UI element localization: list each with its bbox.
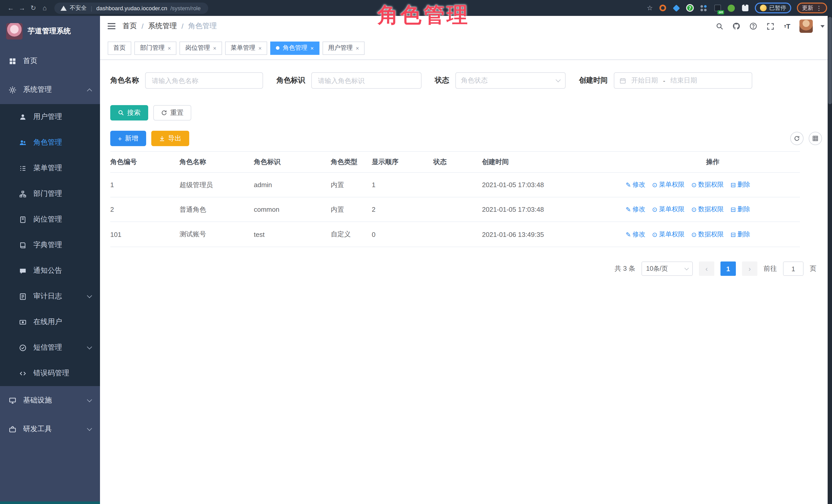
address-bar[interactable]: 不安全 | dashboard.yudao.iocoder.cn/system/… xyxy=(54,2,208,14)
circle-check-icon: ⊙ xyxy=(652,206,657,213)
column-settings-button[interactable] xyxy=(809,132,822,145)
dashboard-icon xyxy=(9,57,17,65)
app-title: 芋道管理系统 xyxy=(28,27,71,36)
refresh-table-button[interactable] xyxy=(790,132,804,145)
page-scrollbar[interactable] xyxy=(828,16,832,504)
date-start-placeholder: 开始日期 xyxy=(631,76,658,85)
menu-permission-link[interactable]: ⊙菜单权限 xyxy=(652,205,684,214)
extension-icon-gem[interactable] xyxy=(672,4,680,12)
close-icon[interactable]: × xyxy=(168,45,171,51)
sidebar-item-posts[interactable]: 岗位管理 xyxy=(0,207,100,232)
add-button[interactable]: + 新增 xyxy=(110,131,146,146)
status-select[interactable]: 角色状态 xyxy=(456,72,566,89)
address-divider: | xyxy=(91,5,92,11)
prev-page-button[interactable]: ‹ xyxy=(699,262,714,276)
search-button[interactable]: 搜索 xyxy=(110,105,148,121)
sidebar-item-dev-tools[interactable]: 研发工具 xyxy=(0,415,100,444)
help-icon[interactable] xyxy=(749,22,758,31)
avatar[interactable] xyxy=(800,20,813,33)
chevron-down-icon xyxy=(555,77,561,82)
sidebar-item-users[interactable]: 用户管理 xyxy=(0,104,100,130)
sidebar-item-error-codes[interactable]: 错误码管理 xyxy=(0,361,100,386)
sidebar-item-departments[interactable]: 部门管理 xyxy=(0,181,100,207)
role-name-input[interactable] xyxy=(145,72,263,89)
browser-menu-icon[interactable]: ⋮ xyxy=(816,4,822,11)
chevron-down-icon xyxy=(87,293,92,298)
book-icon xyxy=(19,241,27,249)
hamburger-icon[interactable] xyxy=(108,23,115,29)
breadcrumb-home[interactable]: 首页 xyxy=(123,22,137,31)
fullscreen-icon[interactable] xyxy=(765,22,775,31)
edit-link[interactable]: ✎修改 xyxy=(626,205,645,214)
close-icon[interactable]: × xyxy=(311,45,314,51)
app-logo-row[interactable]: 芋道管理系统 xyxy=(0,16,100,47)
create-time-label: 创建时间 xyxy=(579,76,608,85)
sidebar-item-dictionary[interactable]: 字典管理 xyxy=(0,232,100,258)
delete-link[interactable]: ⊟删除 xyxy=(730,230,750,239)
export-button[interactable]: 导出 xyxy=(151,131,189,146)
sidebar-item-home[interactable]: 首页 xyxy=(0,47,100,75)
font-size-icon[interactable]: тT xyxy=(782,22,792,31)
browser-reload-icon[interactable]: ↻ xyxy=(28,2,39,14)
sidebar-item-audit-log[interactable]: 审计日志 xyxy=(0,284,100,309)
data-permission-link[interactable]: ⊙数据权限 xyxy=(691,205,724,214)
menu-permission-link[interactable]: ⊙菜单权限 xyxy=(652,181,684,189)
search-icon[interactable] xyxy=(715,22,724,31)
bookmark-star-icon[interactable]: ☆ xyxy=(647,4,653,12)
page-size-select[interactable]: 10条/页 xyxy=(642,262,693,276)
role-code-input[interactable] xyxy=(311,72,421,89)
sidebar-item-sms[interactable]: 短信管理 xyxy=(0,335,100,361)
extension-icon-orange[interactable] xyxy=(658,4,667,12)
profile-paused-button[interactable]: 已暂停 xyxy=(755,3,791,13)
tab-users[interactable]: 用户管理× xyxy=(322,41,365,55)
sidebar-item-online-users[interactable]: 在线用户 xyxy=(0,309,100,335)
sidebar-item-system[interactable]: 系统管理 xyxy=(0,75,100,104)
extension-icon-dots[interactable] xyxy=(699,4,708,12)
tab-menus[interactable]: 菜单管理× xyxy=(225,41,267,55)
extension-icon-on-badge[interactable]: on xyxy=(713,4,722,12)
sidebar-item-infrastructure[interactable]: 基础设施 xyxy=(0,386,100,415)
sidebar-submenu-system: 用户管理 角色管理 菜单管理 部门管理 岗位管理 xyxy=(0,104,100,386)
goto-label: 前往 xyxy=(763,264,777,273)
goto-page-input[interactable] xyxy=(783,262,804,276)
browser-extensions-area: ☆ 7 on 已暂停 更新 ⋮ xyxy=(647,3,827,13)
browser-forward-icon[interactable]: → xyxy=(17,2,28,14)
tab-posts[interactable]: 岗位管理× xyxy=(180,41,222,55)
extension-icon-seven[interactable]: 7 xyxy=(686,4,694,12)
col-status: 状态 xyxy=(433,157,482,167)
sidebar-item-notices[interactable]: 通知公告 xyxy=(0,258,100,284)
tab-departments[interactable]: 部门管理× xyxy=(134,41,177,55)
next-page-button[interactable]: › xyxy=(742,262,757,276)
browser-home-icon[interactable]: ⌂ xyxy=(39,2,50,14)
browser-back-icon[interactable]: ← xyxy=(5,2,17,14)
sms-check-icon xyxy=(19,344,27,351)
url-host: dashboard.yudao.iocoder.cn xyxy=(97,5,167,11)
delete-link[interactable]: ⊟删除 xyxy=(730,181,750,189)
tab-home[interactable]: 首页 xyxy=(108,41,131,55)
sidebar-item-roles[interactable]: 角色管理 xyxy=(0,130,100,155)
data-permission-link[interactable]: ⊙数据权限 xyxy=(691,181,724,189)
reset-button[interactable]: 重置 xyxy=(153,105,191,121)
breadcrumb-system[interactable]: 系统管理 xyxy=(148,22,177,31)
browser-update-button[interactable]: 更新 ⋮ xyxy=(797,3,827,13)
edit-link[interactable]: ✎修改 xyxy=(626,230,645,239)
sidebar-item-menus[interactable]: 菜单管理 xyxy=(0,155,100,181)
close-icon[interactable]: × xyxy=(213,45,216,51)
security-warning-label[interactable]: 不安全 xyxy=(70,4,87,12)
data-permission-link[interactable]: ⊙数据权限 xyxy=(691,230,724,239)
circle-check-icon: ⊙ xyxy=(691,206,697,213)
github-icon[interactable] xyxy=(732,22,741,31)
extension-icon-monkey[interactable] xyxy=(727,4,735,12)
scrollbar-thumb[interactable] xyxy=(828,17,832,104)
page-number-button[interactable]: 1 xyxy=(721,262,736,276)
close-icon[interactable]: × xyxy=(258,45,262,51)
create-time-range-picker[interactable]: 开始日期 - 结束日期 xyxy=(614,72,752,89)
tab-roles[interactable]: 角色管理× xyxy=(270,41,319,55)
caret-down-icon[interactable] xyxy=(821,25,825,27)
extension-icon-puzzle[interactable] xyxy=(741,4,749,12)
chevron-down-icon xyxy=(87,426,92,431)
menu-permission-link[interactable]: ⊙菜单权限 xyxy=(652,230,684,239)
close-icon[interactable]: × xyxy=(356,45,359,51)
delete-link[interactable]: ⊟删除 xyxy=(730,205,750,214)
edit-link[interactable]: ✎修改 xyxy=(626,181,645,189)
